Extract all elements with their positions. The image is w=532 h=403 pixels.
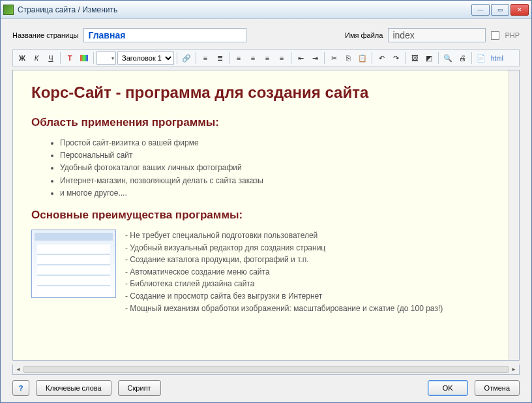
find-button[interactable]: 🔍 xyxy=(441,52,454,65)
editor-toolbar: Ж К Ч T ▾ Заголовок 1 🔗 ≡ ≣ ≡ ≡ ≡ ≡ ⇤ ⇥ … xyxy=(12,49,520,67)
ok-button[interactable]: OK xyxy=(428,380,468,396)
source-button[interactable]: 📄 xyxy=(475,52,488,65)
heading-select[interactable]: Заголовок 1 xyxy=(117,52,174,65)
vertical-scrollbar[interactable] xyxy=(509,70,519,360)
paste-button[interactable]: 📋 xyxy=(356,52,369,65)
list-item: Интернет-магазин, позволяющий делать с с… xyxy=(60,175,490,187)
style-dropdown[interactable]: ▾ xyxy=(96,52,116,65)
keywords-button[interactable]: Ключевые слова xyxy=(36,380,111,396)
cut-button[interactable]: ✂ xyxy=(327,52,340,65)
list-item: Простой сайт-визитка о вашей фирме xyxy=(60,137,490,149)
link-button[interactable]: 🔗 xyxy=(180,52,193,65)
text-color-button[interactable]: T xyxy=(63,52,76,65)
window-title: Страница сайта / Изменить xyxy=(18,5,471,14)
bg-color-button[interactable] xyxy=(78,52,91,65)
list-item: и многое другое.... xyxy=(60,187,490,200)
app-icon xyxy=(3,5,14,15)
help-button[interactable]: ? xyxy=(12,380,29,396)
align-center-button[interactable]: ≡ xyxy=(246,52,259,65)
bold-button[interactable]: Ж xyxy=(16,52,29,65)
maximize-button[interactable]: ▭ xyxy=(491,4,509,16)
scroll-left-icon[interactable]: ◄ xyxy=(13,365,23,374)
minimize-button[interactable]: — xyxy=(471,4,490,16)
doc-h1: Корс-Сайт - программа для создания сайта xyxy=(31,83,490,102)
list-item: Персональный сайт xyxy=(60,149,490,162)
undo-button[interactable]: ↶ xyxy=(375,52,388,65)
indent-button[interactable]: ⇥ xyxy=(308,52,321,65)
redo-button[interactable]: ↷ xyxy=(389,52,402,65)
horizontal-scrollbar[interactable]: ◄ ► xyxy=(12,365,520,375)
cancel-button[interactable]: Отмена xyxy=(475,380,520,396)
object-button[interactable]: ◩ xyxy=(422,52,436,65)
italic-button[interactable]: К xyxy=(30,52,43,65)
features-text: - Не требует специальной подготовки поль… xyxy=(125,230,443,314)
copy-button[interactable]: ⎘ xyxy=(342,52,355,65)
outdent-button[interactable]: ⇤ xyxy=(294,52,307,65)
list-ul-button[interactable]: ≡ xyxy=(199,52,212,65)
print-button[interactable]: 🖨 xyxy=(456,52,469,65)
file-name-input[interactable] xyxy=(388,28,486,42)
editor-area[interactable]: Корс-Сайт - программа для создания сайта… xyxy=(13,70,509,360)
file-name-label: Имя файла xyxy=(345,31,383,39)
underline-button[interactable]: Ч xyxy=(44,52,57,65)
php-label: PHP xyxy=(505,31,520,39)
screenshot-thumbnail xyxy=(31,230,116,298)
doc-h2-scope: Область применения программы: xyxy=(31,116,490,129)
align-justify-button[interactable]: ≡ xyxy=(275,52,288,65)
page-name-label: Название страницы xyxy=(12,31,78,39)
scope-list: Простой сайт-визитка о вашей фирме Персо… xyxy=(31,137,490,200)
image-button[interactable]: 🖼 xyxy=(408,52,421,65)
list-ol-button[interactable]: ≣ xyxy=(213,52,226,65)
page-name-input[interactable] xyxy=(83,28,246,42)
close-button[interactable]: ✕ xyxy=(510,4,529,16)
align-left-button[interactable]: ≡ xyxy=(232,52,245,65)
script-button[interactable]: Скрипт xyxy=(118,380,161,396)
php-checkbox[interactable] xyxy=(491,31,499,40)
doc-h2-features: Основные преимущества программы: xyxy=(31,209,490,222)
titlebar: Страница сайта / Изменить — ▭ ✕ xyxy=(1,1,531,19)
list-item: Удобный фотокаталог ваших личных фотогра… xyxy=(60,162,490,174)
align-right-button[interactable]: ≡ xyxy=(261,52,274,65)
html-button[interactable]: html xyxy=(489,52,505,65)
scroll-right-icon[interactable]: ► xyxy=(509,365,519,374)
